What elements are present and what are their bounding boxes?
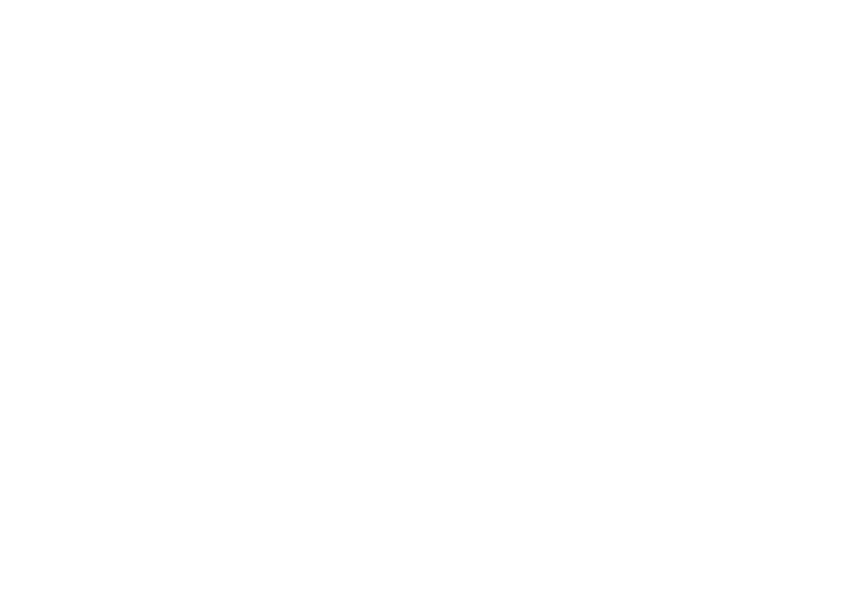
- seismogram-canvas: [0, 0, 868, 591]
- x-axis-labels: [0, 562, 868, 572]
- seismogram-viewer: [0, 0, 868, 591]
- x-axis-labels: [0, 365, 868, 375]
- x-axis-labels: [0, 168, 868, 178]
